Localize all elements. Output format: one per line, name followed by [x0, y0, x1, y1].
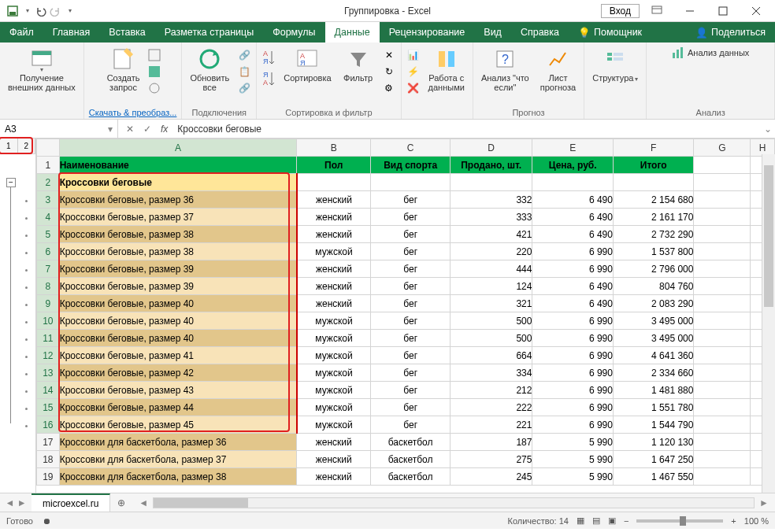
cell[interactable]: мужской [297, 312, 371, 330]
cell-name[interactable]: Кроссовки для баскетбола, размер 38 [59, 468, 296, 486]
horizontal-scrollbar[interactable]: ◄► [132, 493, 775, 512]
sort-button[interactable]: АЯСортировка [280, 45, 334, 84]
tab-insert[interactable]: Вставка [99, 22, 154, 42]
cell[interactable]: 321 [450, 295, 532, 312]
vertical-scrollbar[interactable] [762, 154, 775, 493]
cell[interactable]: 5 990 [532, 468, 614, 486]
cell[interactable]: 6 990 [532, 330, 614, 347]
table-header[interactable]: Вид спорта [371, 157, 450, 174]
data-analysis-button[interactable]: Анализ данных [669, 45, 752, 61]
cancel-icon[interactable]: ✕ [126, 124, 134, 135]
group-cell[interactable]: Кроссовки беговые [59, 174, 296, 191]
zoom-in-icon[interactable]: + [731, 516, 736, 526]
cell[interactable]: мужской [297, 416, 371, 434]
cell-name[interactable]: Кроссовки для баскетбола, размер 36 [59, 434, 296, 451]
cell[interactable]: мужской [297, 330, 371, 347]
cell[interactable]: 2 154 680 [613, 191, 694, 209]
cell[interactable]: бег [371, 364, 450, 382]
cell-name[interactable]: Кроссовки для баскетбола, размер 37 [59, 451, 296, 468]
cell[interactable]: мужской [297, 347, 371, 364]
cell[interactable]: женский [297, 260, 371, 278]
name-box[interactable]: A3▾ [0, 120, 118, 138]
cell[interactable]: женский [297, 468, 371, 486]
cell[interactable]: 1 537 800 [613, 243, 694, 260]
table-header[interactable]: Цена, руб. [532, 157, 614, 174]
cell[interactable]: бег [371, 226, 450, 243]
cell-name[interactable]: Кроссовки беговые, размер 42 [59, 364, 296, 382]
tab-data[interactable]: Данные [325, 22, 380, 42]
cell-name[interactable]: Кроссовки беговые, размер 39 [59, 260, 296, 278]
properties-icon[interactable]: 📋 [237, 65, 251, 79]
cell[interactable]: 6 990 [532, 382, 614, 399]
new-sheet-button[interactable]: ⊕ [110, 493, 132, 512]
cell[interactable]: бег [371, 295, 450, 312]
cell[interactable]: 124 [450, 278, 532, 295]
zoom-level[interactable]: 100 % [744, 516, 769, 526]
col-header[interactable]: G [694, 139, 751, 157]
filter-button[interactable]: Фильтр [339, 45, 377, 84]
row-header[interactable]: 1 [37, 157, 60, 174]
cell-name[interactable]: Кроссовки беговые, размер 38 [59, 226, 296, 243]
cell[interactable]: бег [371, 209, 450, 226]
cell[interactable]: женский [297, 434, 371, 451]
cell[interactable]: 421 [450, 226, 532, 243]
expand-formula-icon[interactable]: ⌄ [761, 120, 775, 138]
cell-name[interactable]: Кроссовки беговые, размер 41 [59, 347, 296, 364]
cell[interactable]: баскетбол [371, 434, 450, 451]
row-header[interactable]: 13 [37, 364, 60, 382]
save-icon[interactable] [6, 5, 19, 17]
cell[interactable]: 2 732 290 [613, 226, 694, 243]
cell[interactable]: 1 467 550 [613, 468, 694, 486]
row-header[interactable]: 14 [37, 382, 60, 399]
formula-input[interactable]: Кроссовки беговые [177, 124, 261, 135]
cell[interactable]: бег [371, 312, 450, 330]
cell[interactable]: 6 490 [532, 295, 614, 312]
cell[interactable]: 5 990 [532, 434, 614, 451]
cell[interactable]: 2 083 290 [613, 295, 694, 312]
cell[interactable]: бег [371, 399, 450, 416]
cell[interactable]: женский [297, 278, 371, 295]
new-query-button[interactable]: Создать запрос [104, 45, 143, 94]
forecast-sheet-button[interactable]: Лист прогноза [537, 45, 579, 94]
view-normal-icon[interactable]: ▦ [577, 515, 584, 526]
cell-name[interactable]: Кроссовки беговые, размер 44 [59, 399, 296, 416]
zoom-out-icon[interactable]: − [624, 516, 629, 526]
col-header[interactable]: D [450, 139, 532, 157]
cell[interactable]: 2 796 000 [613, 260, 694, 278]
cell[interactable]: женский [297, 191, 371, 209]
remove-dup-icon[interactable]: ❌ [406, 81, 421, 95]
cell[interactable]: 187 [450, 434, 532, 451]
cell[interactable]: 1 647 250 [613, 451, 694, 468]
tab-view[interactable]: Вид [474, 22, 511, 42]
cell[interactable]: 1 481 880 [613, 382, 694, 399]
cell-name[interactable]: Кроссовки беговые, размер 43 [59, 382, 296, 399]
qat-dropdown[interactable] [20, 5, 33, 17]
view-layout-icon[interactable]: ▤ [592, 515, 600, 526]
row-header[interactable]: 18 [37, 451, 60, 468]
cell[interactable]: 332 [450, 191, 532, 209]
enter-icon[interactable]: ✓ [143, 124, 151, 135]
cell[interactable]: 6 990 [532, 312, 614, 330]
cell[interactable]: 3 495 000 [613, 312, 694, 330]
tab-help[interactable]: Справка [511, 22, 569, 42]
undo-icon[interactable] [35, 5, 47, 17]
redo-icon[interactable] [49, 5, 61, 17]
row-header[interactable]: 8 [37, 278, 60, 295]
table-header[interactable]: Пол [297, 157, 371, 174]
cell[interactable]: 2 161 170 [613, 209, 694, 226]
cell[interactable]: 2 334 660 [613, 364, 694, 382]
data-tools-button[interactable]: Работа с данными [425, 45, 468, 94]
cell[interactable]: 4 641 360 [613, 347, 694, 364]
sort-asc-button[interactable]: АЯ [261, 48, 276, 67]
row-header[interactable]: 6 [37, 243, 60, 260]
row-header[interactable]: 11 [37, 330, 60, 347]
cell-name[interactable]: Кроссовки беговые, размер 37 [59, 209, 296, 226]
tab-pagelayout[interactable]: Разметка страницы [155, 22, 263, 42]
share-button[interactable]: 👤Поделиться [686, 27, 775, 39]
sort-desc-button[interactable]: ЯА [261, 69, 276, 88]
tab-file[interactable]: Файл [0, 22, 43, 42]
cell[interactable]: 1 544 790 [613, 416, 694, 434]
cell[interactable]: женский [297, 209, 371, 226]
cell[interactable]: бег [371, 416, 450, 434]
cell[interactable]: бег [371, 382, 450, 399]
